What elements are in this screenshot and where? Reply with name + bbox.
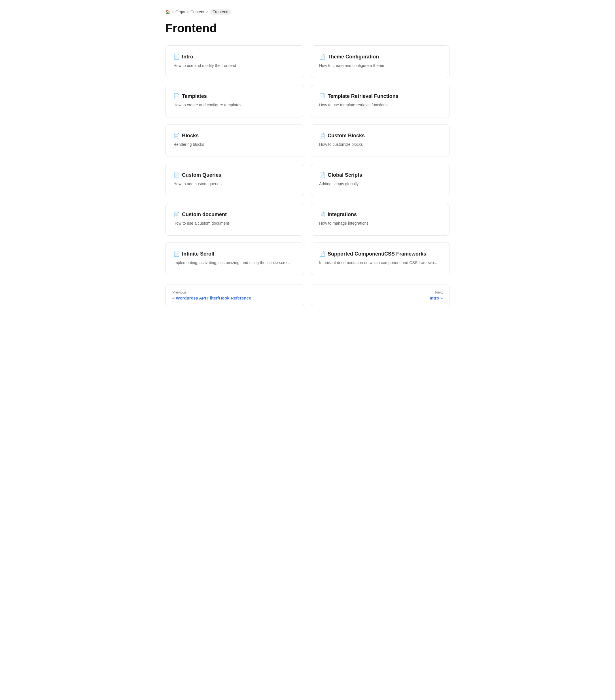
card-title: 📄 Global Scripts [319,172,441,178]
pagination-next-link[interactable]: Intro » [318,296,443,300]
card-icon: 📄 [319,211,325,217]
card-icon: 📄 [174,251,180,257]
card-item[interactable]: 📄 Blocks Rendering blocks [165,124,304,157]
breadcrumb-parent[interactable]: Organic Content [176,10,204,14]
card-description: Implementing, activating, customizing, a… [174,260,296,266]
breadcrumb-current: Frontend [210,9,231,15]
card-description: Important documentation on which compone… [319,260,441,266]
card-icon: 📄 [319,133,325,139]
card-description: How to use and modify the frontend [174,63,296,68]
card-item[interactable]: 📄 Intro How to use and modify the fronte… [165,46,304,78]
card-description: Adding scripts globally [319,181,441,187]
card-item[interactable]: 📄 Integrations How to manage integration… [311,203,450,236]
breadcrumb: 🏠 > Organic Content > Frontend [165,9,450,15]
card-title: 📄 Custom Blocks [319,133,441,139]
card-title-text: Infinite Scroll [182,251,214,257]
card-item[interactable]: 📄 Template Retrieval Functions How to us… [311,85,450,117]
pagination-previous-label: Previous [172,290,297,295]
card-description: How to customize blocks [319,141,441,148]
pagination-next[interactable]: Next Intro » [311,284,450,306]
card-title: 📄 Integrations [319,211,441,217]
home-icon[interactable]: 🏠 [165,10,170,14]
pagination: Previous « Wordpress API Filter/Hook Ref… [165,284,450,306]
card-title: 📄 Custom Queries [174,172,296,178]
card-title: 📄 Theme Configuration [319,54,441,60]
card-title: 📄 Infinite Scroll [174,251,296,257]
card-icon: 📄 [174,54,180,60]
card-icon: 📄 [319,251,325,257]
card-item[interactable]: 📄 Supported Component/CSS Frameworks Imp… [311,242,450,275]
card-description: How to use template retrieval functions [319,102,441,108]
card-item[interactable]: 📄 Custom Queries How to add custom queri… [165,164,304,196]
card-item[interactable]: 📄 Infinite Scroll Implementing, activati… [165,242,304,275]
card-title: 📄 Intro [174,54,296,60]
card-description: Rendering blocks [174,141,296,148]
breadcrumb-separator-2: > [206,10,208,14]
cards-grid: 📄 Intro How to use and modify the fronte… [165,46,450,275]
card-description: How to create and configure a theme [319,63,441,68]
card-item[interactable]: 📄 Custom document How to use a custom do… [165,203,304,236]
card-title: 📄 Supported Component/CSS Frameworks [319,251,441,257]
card-title-text: Custom Queries [182,172,221,178]
card-item[interactable]: 📄 Theme Configuration How to create and … [311,46,450,78]
card-item[interactable]: 📄 Templates How to create and configure … [165,85,304,117]
card-description: How to manage integrations [319,221,441,226]
card-icon: 📄 [319,54,325,60]
card-description: How to create and configure templates [174,102,296,108]
card-icon: 📄 [174,93,180,99]
pagination-previous[interactable]: Previous « Wordpress API Filter/Hook Ref… [165,284,304,306]
card-title: 📄 Templates [174,93,296,99]
pagination-next-label: Next [318,290,443,295]
card-item[interactable]: 📄 Global Scripts Adding scripts globally [311,164,450,196]
breadcrumb-separator-1: > [172,10,174,14]
card-description: How to add custom queries [174,181,296,187]
card-title-text: Theme Configuration [328,54,379,60]
card-title-text: Blocks [182,133,199,139]
card-icon: 📄 [319,172,325,178]
card-title-text: Global Scripts [328,172,362,178]
card-icon: 📄 [174,211,180,217]
card-title-text: Template Retrieval Functions [328,93,398,99]
card-icon: 📄 [174,172,180,178]
card-title-text: Integrations [328,212,357,217]
card-title-text: Templates [182,93,207,99]
card-title-text: Custom document [182,212,227,217]
card-description: How to use a custom document [174,221,296,226]
card-title: 📄 Custom document [174,211,296,217]
card-icon: 📄 [319,93,325,99]
card-title: 📄 Blocks [174,133,296,139]
page-title: Frontend [165,22,450,35]
card-item[interactable]: 📄 Custom Blocks How to customize blocks [311,124,450,157]
card-icon: 📄 [174,133,180,139]
card-title-text: Intro [182,54,193,60]
card-title-text: Custom Blocks [328,133,365,139]
pagination-previous-link[interactable]: « Wordpress API Filter/Hook Reference [172,296,297,300]
card-title-text: Supported Component/CSS Frameworks [328,251,426,257]
card-title: 📄 Template Retrieval Functions [319,93,441,99]
